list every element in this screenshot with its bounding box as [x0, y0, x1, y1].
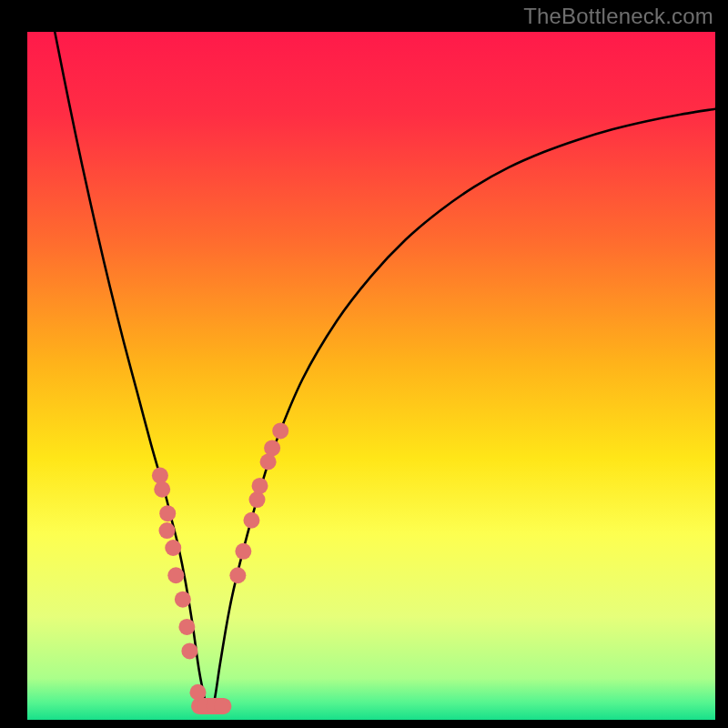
- chart-svg: [27, 32, 715, 720]
- gradient-background: [27, 32, 715, 720]
- scatter-dot-right: [235, 543, 251, 560]
- scatter-dot-left: [181, 642, 197, 659]
- scatter-dot-right: [243, 512, 259, 529]
- scatter-dot-left: [167, 567, 184, 583]
- scatter-dot-left: [165, 540, 181, 556]
- chart-frame: TheBottleneck.com: [0, 0, 728, 728]
- watermark-text: TheBottleneck.com: [523, 4, 713, 29]
- scatter-dot-left: [178, 619, 195, 635]
- scatter-dot-left: [175, 592, 191, 608]
- scatter-dot-left: [159, 505, 176, 521]
- scatter-dot-left: [152, 468, 168, 484]
- plot-area: [27, 32, 715, 720]
- scatter-dot-right: [229, 567, 246, 583]
- scatter-dot-left: [214, 698, 230, 714]
- scatter-dot-right: [252, 478, 268, 494]
- scatter-dot-left: [154, 481, 170, 498]
- scatter-dot-left: [158, 522, 175, 539]
- scatter-dot-right: [249, 491, 266, 508]
- scatter-dot-right: [264, 440, 280, 456]
- scatter-dot-right: [272, 422, 288, 439]
